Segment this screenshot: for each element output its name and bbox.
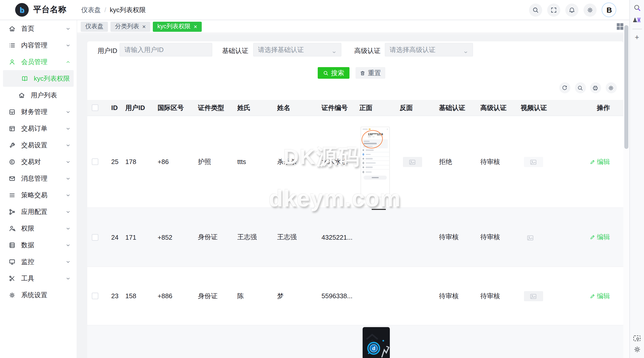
sidebar-item-trade-settings[interactable]: 交易设置	[0, 137, 77, 153]
printer-icon	[592, 85, 599, 91]
refresh-button[interactable]	[559, 82, 570, 93]
gear-icon	[9, 291, 16, 298]
table-icon	[9, 125, 16, 132]
screenshot-capture-icon[interactable]	[633, 335, 640, 341]
reset-button[interactable]: 重置	[355, 67, 385, 79]
sidebar-item-app-config[interactable]: 应用配置	[0, 203, 77, 220]
table-row: 24 171 +852 身份证 王志强 王志强 4325221... 待审核 待…	[87, 208, 623, 267]
chevron-down-icon	[66, 192, 71, 198]
search-icon	[577, 85, 583, 91]
search-button[interactable]: 搜索	[317, 67, 349, 79]
video-auth-placeholder[interactable]	[524, 291, 543, 301]
sidebar-item-monitor[interactable]: 监控	[0, 253, 77, 270]
pencil-icon	[589, 234, 595, 240]
sidebar-item-trade-orders[interactable]: 交易订单	[0, 120, 77, 137]
tab-layout-grid-icon[interactable]	[617, 23, 623, 30]
user-icon	[9, 58, 16, 65]
finance-grid-icon	[9, 108, 16, 115]
sidebar-item-trade-pairs[interactable]: 交易对	[0, 153, 77, 170]
home-icon	[9, 25, 16, 32]
chevron-down-icon	[66, 209, 71, 214]
sidebar-item-finance[interactable]: 财务管理	[0, 103, 77, 120]
table-settings-button[interactable]	[605, 82, 617, 93]
menu-lines-icon	[9, 191, 16, 199]
table-row: 23 158 +886 身份证 陈 梦 5596338... 待审核 待审核	[87, 267, 623, 325]
page-scrollbar[interactable]	[623, 20, 629, 358]
gear-icon	[608, 85, 614, 91]
panel-search-button[interactable]	[633, 4, 641, 12]
search-icon	[323, 70, 329, 76]
tab-category-list[interactable]: 分类列表 ×	[110, 21, 150, 32]
app-header: b 平台名称 仪表盘 / kyc列表权限 B	[0, 0, 629, 20]
row-checkbox[interactable]	[92, 293, 98, 299]
sidebar-item-system-settings[interactable]: 系统设置	[0, 287, 77, 303]
brand-logo[interactable]: b 平台名称	[0, 3, 77, 17]
table-search-button[interactable]	[575, 82, 586, 93]
notifications-button[interactable]	[565, 3, 578, 16]
basic-auth-status: 拒绝	[438, 116, 479, 207]
basic-auth-select[interactable]: 请选择基础认证	[253, 43, 341, 57]
front-id-photo-thumbnail[interactable]: d	[362, 327, 390, 358]
user-avatar[interactable]: B	[602, 3, 616, 17]
tab-dashboard[interactable]: 仪表盘	[81, 21, 108, 32]
sidebar-item-content[interactable]: 内容管理	[0, 37, 77, 53]
sidebar-menu: 首页 内容管理 会员管理 kyc列表权限 用户列	[0, 20, 77, 303]
brand-logo-icon: b	[15, 3, 29, 17]
advanced-auth-status: 待审核	[479, 267, 520, 325]
sidebar-item-permissions[interactable]: 权限	[0, 220, 77, 237]
sidebar-submenu: kyc列表权限	[3, 70, 74, 87]
select-all-checkbox[interactable]	[92, 104, 98, 111]
sidebar-item-kyc-list[interactable]: kyc列表权限	[3, 70, 74, 87]
edit-button[interactable]: 编辑	[589, 157, 610, 166]
header-search-button[interactable]	[529, 3, 542, 16]
breadcrumb-item-dashboard[interactable]: 仪表盘	[81, 5, 101, 14]
back-id-photo-placeholder[interactable]	[403, 157, 422, 167]
sidebar-item-user-list[interactable]: 用户列表	[0, 87, 77, 103]
sidebar-item-home[interactable]: 首页	[0, 20, 77, 37]
fullscreen-button[interactable]	[547, 3, 560, 16]
video-auth-placeholder[interactable]	[524, 157, 543, 167]
edit-button[interactable]: 编辑	[589, 233, 610, 242]
user-id-label: 用户ID	[98, 46, 117, 56]
sidebar-item-messages[interactable]: 消息管理	[0, 170, 77, 187]
tab-bar: 仪表盘 分类列表 × kyc列表权限 ×	[77, 20, 629, 33]
sidebar-item-data[interactable]: 数据	[0, 237, 77, 253]
row-checkbox[interactable]	[92, 158, 98, 165]
mail-icon	[9, 175, 16, 182]
broken-image-icon	[527, 234, 533, 240]
sidebar-item-members[interactable]: 会员管理	[0, 53, 77, 70]
panel-settings-button[interactable]	[633, 345, 641, 353]
chevron-up-icon	[66, 59, 71, 64]
basic-auth-label: 基础认证	[222, 46, 248, 56]
monitor-icon	[9, 258, 16, 265]
chevron-down-icon	[66, 259, 71, 264]
brand-logo-glyph: b	[20, 6, 24, 14]
search-icon	[633, 4, 641, 12]
scrollbar-thumb[interactable]	[624, 25, 628, 149]
edit-button[interactable]: 编辑	[589, 291, 610, 300]
chevron-down-icon	[463, 47, 468, 52]
chess-extension-button[interactable]: ♟ ♜	[633, 16, 641, 24]
settings-button[interactable]	[583, 3, 597, 16]
table-row-partial: d	[87, 325, 623, 358]
user-id-input[interactable]	[119, 43, 212, 57]
sidebar-item-strategy[interactable]: 策略交易	[0, 187, 77, 203]
chevron-down-icon	[66, 26, 71, 31]
header-actions: B	[529, 3, 629, 17]
sidebar-item-tools[interactable]: 工具	[0, 270, 77, 287]
chevron-down-icon	[66, 143, 71, 148]
advanced-auth-select[interactable]: 请选择高级认证	[385, 43, 473, 57]
print-button[interactable]	[590, 82, 601, 93]
avatar-letter: B	[606, 6, 611, 14]
close-icon[interactable]: ×	[194, 23, 197, 30]
search-icon	[532, 6, 539, 13]
breadcrumb: 仪表盘 / kyc列表权限	[81, 5, 146, 14]
chevron-down-icon	[66, 226, 71, 231]
front-id-photo-thumbnail[interactable]: 130****1234 UID·· ⓘ	[360, 126, 390, 197]
basic-auth-status: 待审核	[438, 208, 479, 266]
row-checkbox[interactable]	[92, 234, 98, 240]
panel-add-button[interactable]: +	[635, 33, 639, 41]
close-icon[interactable]: ×	[142, 23, 146, 30]
tab-kyc-list[interactable]: kyc列表权限 ×	[153, 21, 202, 32]
svg-text:d: d	[372, 346, 375, 351]
